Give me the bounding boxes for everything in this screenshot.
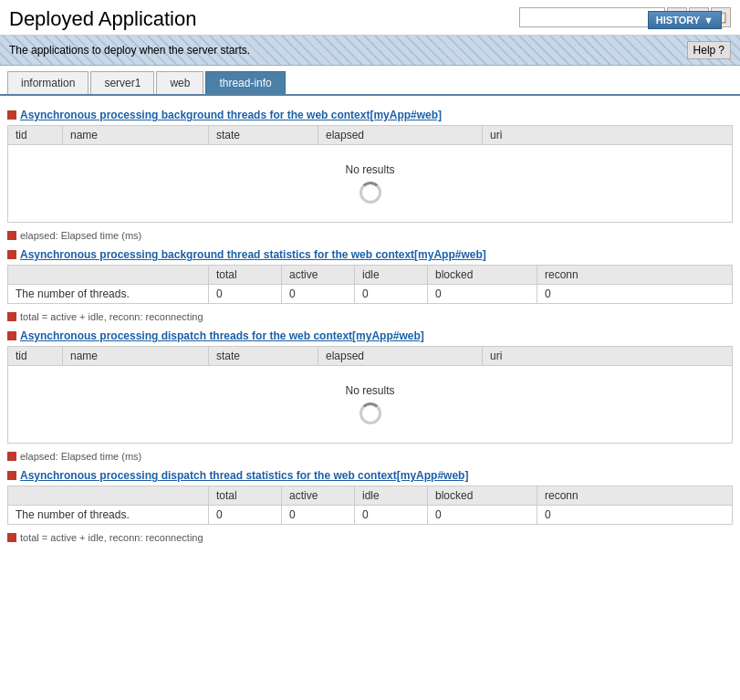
help-icon: ? xyxy=(718,44,724,57)
header: Deployed Application 🔍 ↺ 📋 HISTORY ▼ xyxy=(0,0,740,36)
col-header-tid-2: tid xyxy=(8,347,63,366)
no-results-row: No results xyxy=(8,145,733,223)
col-header-elapsed: elapsed xyxy=(318,126,483,145)
elapsed-note-1-header: elapsed: Elapsed time (ms) xyxy=(7,230,733,241)
section-async-bg-stats-title: Asynchronous processing background threa… xyxy=(20,248,486,261)
row-idle: 0 xyxy=(355,285,428,304)
col-header-name: name xyxy=(63,126,209,145)
elapsed-note-2: elapsed: Elapsed time (ms) xyxy=(20,451,141,462)
elapsed-note-1: elapsed: Elapsed time (ms) xyxy=(20,230,141,241)
no-results-container: No results xyxy=(26,163,714,204)
row-total: 0 xyxy=(209,285,282,304)
row-active: 0 xyxy=(282,285,355,304)
history-chevron-icon: ▼ xyxy=(704,15,714,26)
help-label: Help xyxy=(693,44,716,57)
stats-col-idle-2: idle xyxy=(355,486,428,506)
help-button[interactable]: Help ? xyxy=(687,41,731,59)
search-input[interactable] xyxy=(519,7,665,27)
col-header-state-2: state xyxy=(209,347,318,366)
section-icon-2 xyxy=(7,250,16,259)
note-icon-1 xyxy=(7,231,16,240)
no-results-text-2: No results xyxy=(345,384,394,397)
total-note-2: total = active + idle, reconn: reconnect… xyxy=(20,532,203,543)
row-reconn: 0 xyxy=(537,285,733,304)
col-header-elapsed-2: elapsed xyxy=(318,347,483,366)
stats-col-reconn: reconn xyxy=(537,266,733,285)
tab-web[interactable]: web xyxy=(156,71,203,94)
col-header-state: state xyxy=(209,126,318,145)
row-blocked: 0 xyxy=(428,285,537,304)
elapsed-note-2-header: elapsed: Elapsed time (ms) xyxy=(7,451,733,462)
total-note-2-header: total = active + idle, reconn: reconnect… xyxy=(7,532,733,543)
table-row: The number of threads. 0 0 0 0 0 xyxy=(8,285,733,304)
history-label: HISTORY xyxy=(656,15,700,26)
stats-col-label xyxy=(8,266,209,285)
history-button[interactable]: HISTORY ▼ xyxy=(648,11,722,29)
row-label: The number of threads. xyxy=(8,285,209,304)
stats-col-total: total xyxy=(209,266,282,285)
tabs: information server1 web thread-info xyxy=(0,66,740,96)
stats-col-label-2 xyxy=(8,486,209,506)
no-results-text: No results xyxy=(345,163,394,176)
stats-col-blocked: blocked xyxy=(428,266,537,285)
spinner-icon xyxy=(360,182,381,204)
total-note-1-header: total = active + idle, reconn: reconnect… xyxy=(7,311,733,322)
content: Asynchronous processing background threa… xyxy=(0,96,740,552)
col-header-uri: uri xyxy=(483,126,733,145)
col-header-tid: tid xyxy=(8,126,63,145)
section-async-dispatch-stats-title: Asynchronous processing dispatch thread … xyxy=(20,469,468,482)
section-async-dispatch-threads-header: Asynchronous processing dispatch threads… xyxy=(7,329,733,342)
info-bar: The applications to deploy when the serv… xyxy=(0,36,740,66)
spinner-icon-2 xyxy=(360,402,381,424)
row-total-2: 0 xyxy=(209,506,282,525)
section-async-bg-threads-header: Asynchronous processing background threa… xyxy=(7,109,733,121)
stats-col-total-2: total xyxy=(209,486,282,506)
section-icon-4 xyxy=(7,471,16,480)
tab-server1[interactable]: server1 xyxy=(90,71,154,94)
table-row-2: The number of threads. 0 0 0 0 0 xyxy=(8,506,733,525)
no-results-row-2: No results xyxy=(8,366,733,444)
row-blocked-2: 0 xyxy=(428,506,537,525)
note-icon-2 xyxy=(7,312,16,321)
col-header-uri-2: uri xyxy=(483,347,733,366)
async-bg-stats-table: total active idle blocked reconn The num… xyxy=(7,265,733,304)
stats-col-idle: idle xyxy=(355,266,428,285)
row-active-2: 0 xyxy=(282,506,355,525)
row-idle-2: 0 xyxy=(355,506,428,525)
no-results-container-2: No results xyxy=(26,384,714,424)
total-note-1: total = active + idle, reconn: reconnect… xyxy=(20,311,203,322)
stats-col-active: active xyxy=(282,266,355,285)
col-header-name-2: name xyxy=(63,347,209,366)
section-async-bg-stats-header: Asynchronous processing background threa… xyxy=(7,248,733,261)
note-icon-3 xyxy=(7,452,16,461)
section-async-dispatch-stats-header: Asynchronous processing dispatch thread … xyxy=(7,469,733,482)
async-dispatch-threads-table: tid name state elapsed uri No results xyxy=(7,346,733,444)
note-icon-4 xyxy=(7,533,16,542)
section-async-bg-threads-title: Asynchronous processing background threa… xyxy=(20,109,442,121)
info-message: The applications to deploy when the serv… xyxy=(9,44,250,57)
stats-col-reconn-2: reconn xyxy=(537,486,733,506)
section-icon-3 xyxy=(7,331,16,340)
async-dispatch-stats-table: total active idle blocked reconn The num… xyxy=(7,486,733,525)
tab-information[interactable]: information xyxy=(7,71,89,94)
section-icon xyxy=(7,110,16,120)
section-async-dispatch-threads-title: Asynchronous processing dispatch threads… xyxy=(20,329,424,342)
tab-thread-info[interactable]: thread-info xyxy=(205,71,285,94)
row-reconn-2: 0 xyxy=(537,506,733,525)
stats-col-active-2: active xyxy=(282,486,355,506)
row-label-2: The number of threads. xyxy=(8,506,209,525)
async-bg-threads-table: tid name state elapsed uri No results xyxy=(7,125,733,223)
stats-col-blocked-2: blocked xyxy=(428,486,537,506)
